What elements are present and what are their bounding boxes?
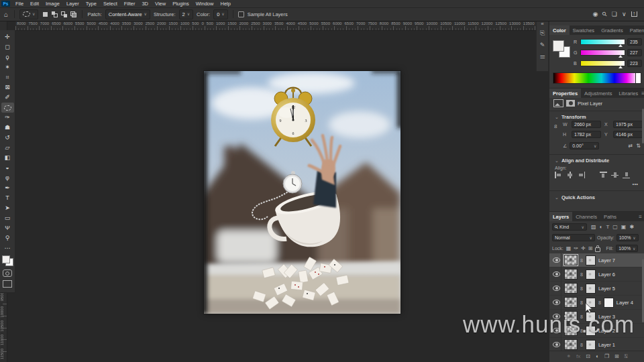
lasso-tool[interactable]: ϙ xyxy=(1,52,14,62)
chevron-down-icon[interactable]: ∨ xyxy=(622,11,627,17)
account-icon[interactable]: ◉ xyxy=(592,11,598,17)
menu-view[interactable]: View xyxy=(152,0,169,7)
type-tool[interactable]: T xyxy=(1,193,14,203)
patch-tool[interactable] xyxy=(1,103,14,113)
lock-transparent-pixels-icon[interactable]: ▦ xyxy=(566,245,572,251)
search-icon[interactable]: ⚲ xyxy=(601,10,609,18)
filter-type-layers-icon[interactable]: T xyxy=(606,224,609,230)
lock-position-icon[interactable]: ✛ xyxy=(581,245,586,251)
transform-w-field[interactable]: 2660 px xyxy=(572,121,601,128)
patch-mode-dropdown[interactable]: Content-Aware∨ xyxy=(105,9,150,19)
clone-source-panel-icon[interactable]: ⚌ xyxy=(539,50,545,62)
share-icon[interactable]: ↑ xyxy=(631,11,638,17)
color-field[interactable]: 0∨ xyxy=(213,9,228,19)
delete-layer-icon[interactable]: ⍂ xyxy=(625,354,628,359)
menu-type[interactable]: Type xyxy=(83,0,100,7)
properties-tab-adjustments[interactable]: Adjustments xyxy=(581,88,615,98)
layer-mask-thumbnail[interactable] xyxy=(586,284,596,294)
flip-vertical-icon[interactable]: ⇅ xyxy=(636,143,641,149)
new-selection-icon[interactable] xyxy=(42,11,49,18)
visibility-toggle[interactable] xyxy=(552,253,561,267)
link-layers-icon[interactable]: ⚭ xyxy=(566,354,571,359)
gradient-tool[interactable]: ◧ xyxy=(1,153,14,163)
transform-section-header[interactable]: ⌄Transform xyxy=(555,114,586,120)
layer-name[interactable]: Layer 1 xyxy=(598,342,615,348)
foreground-color-swatch[interactable] xyxy=(2,255,10,263)
quick-actions-section-header[interactable]: ⌄Quick Actions xyxy=(555,194,595,200)
workspace-switcher-icon[interactable]: ❏ xyxy=(612,11,617,17)
flip-horizontal-icon[interactable]: ⇄ xyxy=(629,143,633,149)
transform-y-field[interactable]: 4146 px xyxy=(613,131,643,138)
align-left-edges-icon[interactable] xyxy=(555,172,562,178)
quick-mask-icon[interactable] xyxy=(3,269,12,277)
filter-shape-layers-icon[interactable]: ▢ xyxy=(612,224,618,230)
brush-settings-panel-icon[interactable]: ✎ xyxy=(540,39,545,50)
layer-name[interactable]: Layer 7 xyxy=(598,257,615,263)
channel-slider[interactable] xyxy=(580,50,625,56)
properties-tab-properties[interactable]: Properties xyxy=(549,88,581,98)
shape-tool[interactable]: ▭ xyxy=(1,213,14,223)
edit-toolbar-icon[interactable]: ⋯ xyxy=(1,243,14,253)
menu-layer[interactable]: Layer xyxy=(63,0,83,7)
brush-tool[interactable]: ✑ xyxy=(1,113,14,123)
transform-h-field[interactable]: 1782 px xyxy=(572,131,601,138)
object-selection-tool[interactable]: ✶ xyxy=(1,62,14,72)
layer-thumbnail[interactable] xyxy=(564,255,578,265)
menu-help[interactable]: Help xyxy=(217,0,233,7)
opacity-field[interactable]: 100%∨ xyxy=(616,234,639,241)
visibility-toggle[interactable] xyxy=(552,338,561,351)
document-canvas[interactable]: 12369 xyxy=(204,71,400,314)
layer-mask-thumbnail[interactable] xyxy=(586,340,596,350)
clone-stamp-tool[interactable]: ☗ xyxy=(1,123,14,133)
rotation-field[interactable]: 0.00°∨ xyxy=(570,142,599,149)
new-group-icon[interactable]: ❐ xyxy=(604,354,609,359)
layer-row[interactable]: 8 Layer 6 xyxy=(549,267,644,282)
align-section-header[interactable]: ⌄Align and Distribute xyxy=(555,158,609,164)
color-swatches[interactable] xyxy=(2,255,13,266)
properties-tab-libraries[interactable]: Libraries xyxy=(615,88,641,98)
new-layer-icon[interactable]: ⊞ xyxy=(614,354,619,359)
layer-mask-thumbnail[interactable] xyxy=(586,255,596,265)
align-top-edges-icon[interactable] xyxy=(600,172,607,178)
blur-tool[interactable]: ◒ xyxy=(1,163,14,173)
layer-thumbnail[interactable] xyxy=(564,339,578,350)
layer-name[interactable]: Layer 4 xyxy=(616,300,633,306)
layer-row[interactable]: 8 Layer 5 xyxy=(549,282,644,296)
layers-tab-paths[interactable]: Paths xyxy=(600,212,620,221)
layer-name[interactable]: Layer 6 xyxy=(598,272,615,278)
slider-thumb-icon[interactable] xyxy=(619,66,623,68)
intersect-selection-icon[interactable] xyxy=(70,11,77,18)
lock-artboard-icon[interactable]: ⊞ xyxy=(588,245,593,251)
lock-all-icon[interactable] xyxy=(595,247,600,252)
filter-toggle-icon[interactable]: ✱ xyxy=(629,224,634,230)
menu-plugins[interactable]: Plugins xyxy=(169,0,193,7)
color-tab-gradients[interactable]: Gradients xyxy=(598,25,627,35)
align-horizontal-centers-icon[interactable] xyxy=(566,172,574,178)
fill-field[interactable]: 100%∨ xyxy=(616,245,638,252)
path-selection-tool[interactable]: ➤ xyxy=(1,203,14,213)
history-panel-icon[interactable]: ⎘ xyxy=(540,27,545,39)
layers-tab-layers[interactable]: Layers xyxy=(549,212,572,221)
add-layer-mask-icon[interactable]: ⊡ xyxy=(586,354,590,359)
layer-thumbnail[interactable] xyxy=(564,297,578,308)
pen-tool[interactable]: ✒ xyxy=(1,183,14,193)
channel-value-field[interactable]: 227 xyxy=(627,49,642,56)
menu-3d[interactable]: 3D xyxy=(138,0,152,7)
slider-thumb-icon[interactable] xyxy=(619,44,623,47)
history-brush-tool[interactable]: ↺ xyxy=(1,133,14,143)
crop-tool[interactable]: ⌗ xyxy=(1,72,14,82)
menu-file[interactable]: File xyxy=(12,0,27,7)
structure-field[interactable]: 2∨ xyxy=(179,9,194,19)
channel-value-field[interactable]: 235 xyxy=(627,38,642,46)
move-tool[interactable]: ✛ xyxy=(1,32,14,42)
menu-select[interactable]: Select xyxy=(100,0,121,7)
frame-tool[interactable]: ⊠ xyxy=(1,82,14,93)
lock-image-pixels-icon[interactable]: ✑ xyxy=(574,245,578,251)
slider-thumb-icon[interactable] xyxy=(619,55,623,58)
menu-window[interactable]: Window xyxy=(193,0,217,7)
screen-mode-icon[interactable] xyxy=(3,280,12,288)
new-adjustment-layer-icon[interactable]: ◐ xyxy=(596,354,599,359)
layer-thumbnail[interactable] xyxy=(564,269,578,280)
align-bottom-edges-icon[interactable] xyxy=(623,172,630,178)
zoom-tool[interactable]: ⚲ xyxy=(1,233,14,243)
